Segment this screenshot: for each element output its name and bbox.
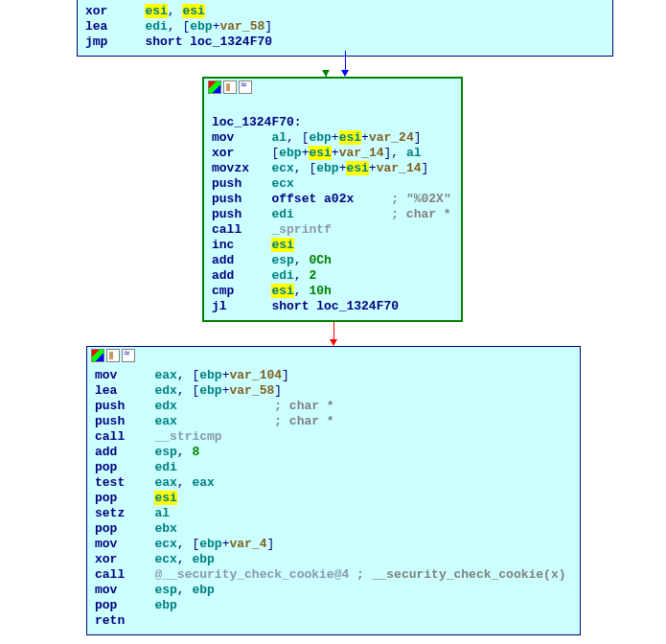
group-icon[interactable] <box>223 80 237 94</box>
block-top[interactable]: xor esi, esi lea edi, [ebp+var_58] jmp s… <box>77 0 613 57</box>
block-loop-titlebar <box>204 79 461 96</box>
graph-canvas[interactable]: xor esi, esi lea edi, [ebp+var_58] jmp s… <box>0 0 666 644</box>
block-top-body: xor esi, esi lea edi, [ebp+var_58] jmp s… <box>78 0 612 56</box>
palette-icon[interactable] <box>208 80 221 94</box>
palette-icon[interactable] <box>91 349 104 362</box>
block-loop[interactable]: loc_1324F70: mov al, [ebp+esi+var_24] xo… <box>202 77 463 322</box>
collapse-icon[interactable] <box>122 349 135 362</box>
group-icon[interactable] <box>106 349 120 362</box>
block-loop-body: loc_1324F70: mov al, [ebp+esi+var_24] xo… <box>204 96 461 320</box>
block-bottom-body: mov eax, [ebp+var_104] lea edx, [ebp+var… <box>87 364 580 634</box>
block-bottom[interactable]: mov eax, [ebp+var_104] lea edx, [ebp+var… <box>86 346 581 635</box>
collapse-icon[interactable] <box>239 80 252 94</box>
block-bottom-titlebar <box>87 347 580 364</box>
